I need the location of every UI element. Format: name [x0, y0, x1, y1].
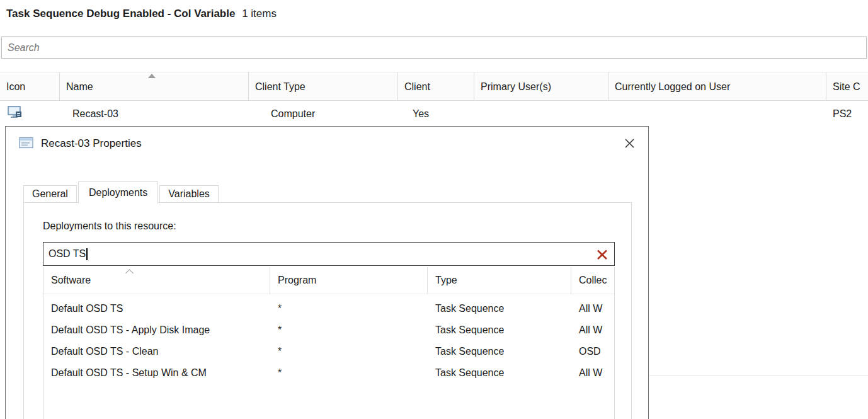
device-name-cell: Recast-03: [60, 108, 249, 120]
tab-general[interactable]: General: [23, 185, 77, 202]
column-header-program[interactable]: Program: [270, 267, 428, 294]
text-caret: [86, 248, 88, 260]
clear-filter-icon[interactable]: [596, 248, 608, 261]
search-placeholder: Search: [8, 42, 40, 54]
device-list-header: Icon Name Client Type Client Primary Use…: [0, 72, 868, 101]
tab-deployments[interactable]: Deployments: [78, 181, 158, 204]
column-header-client-type[interactable]: Client Type: [249, 72, 398, 100]
page-items-count: 1 items: [242, 8, 277, 20]
close-icon[interactable]: [619, 133, 639, 153]
console-screen: Task Sequence Debug Enabled - Col Variab…: [0, 0, 868, 419]
deployment-collection-cell: All W: [571, 362, 614, 384]
deployment-collection-cell: All W: [571, 298, 614, 319]
deployment-program-cell: *: [270, 319, 428, 341]
device-site-code-cell: PS2: [826, 108, 868, 120]
column-header-primary-users[interactable]: Primary User(s): [474, 72, 608, 100]
deployment-collection-cell: OSD: [571, 341, 614, 362]
deployment-collection-cell: All W: [571, 319, 614, 341]
deployment-software-cell: Default OSD TS: [43, 298, 270, 319]
sort-ascending-icon: [125, 269, 134, 277]
column-header-site-code[interactable]: Site C: [826, 72, 868, 100]
deployments-table-body: Default OSD TS * Task Sequence All W Def…: [43, 294, 614, 384]
column-header-software[interactable]: Software: [43, 267, 270, 294]
device-row[interactable]: Recast-03 Computer Yes PS2: [0, 101, 868, 127]
deployment-software-cell: Default OSD TS - Apply Disk Image: [43, 319, 270, 341]
page-title-text: Task Sequence Debug Enabled - Col Variab…: [6, 8, 235, 20]
deployment-row[interactable]: Default OSD TS - Clean * Task Sequence O…: [43, 341, 614, 362]
dialog-tabs: General Deployments Variables: [23, 181, 219, 202]
deployment-filter-input[interactable]: OSD TS: [43, 242, 615, 266]
computer-icon: [0, 106, 60, 122]
tab-variables[interactable]: Variables: [159, 185, 219, 202]
deployment-type-cell: Task Sequence: [428, 362, 571, 384]
deployment-type-cell: Task Sequence: [428, 298, 571, 319]
column-header-name[interactable]: Name: [60, 72, 249, 100]
dialog-titlebar: Recast-03 Properties: [6, 127, 648, 162]
deployment-program-cell: *: [270, 362, 428, 384]
deployment-type-cell: Task Sequence: [428, 319, 571, 341]
properties-dialog: Recast-03 Properties General Deployments…: [5, 126, 649, 419]
deployments-tab-panel: Deployments to this resource: OSD TS Sof…: [23, 202, 632, 419]
deployment-program-cell: *: [270, 341, 428, 362]
deployment-software-cell: Default OSD TS - Clean: [43, 341, 270, 362]
deployment-row[interactable]: Default OSD TS - Setup Win & CM * Task S…: [43, 362, 614, 384]
device-client-type-cell: Computer: [249, 108, 398, 120]
deployments-table: Software Program Type Collec Default OSD…: [43, 267, 615, 419]
dialog-title: Recast-03 Properties: [41, 137, 142, 150]
deployment-type-cell: Task Sequence: [428, 341, 571, 362]
deployment-program-cell: *: [270, 298, 428, 319]
page-title: Task Sequence Debug Enabled - Col Variab…: [6, 8, 277, 20]
sort-ascending-icon: [148, 74, 156, 78]
deployment-row[interactable]: Default OSD TS - Apply Disk Image * Task…: [43, 319, 614, 341]
deployment-software-cell: Default OSD TS - Setup Win & CM: [43, 362, 270, 384]
column-header-collection[interactable]: Collec: [571, 267, 614, 294]
deployment-row[interactable]: Default OSD TS * Task Sequence All W: [43, 298, 614, 319]
deployments-table-header: Software Program Type Collec: [43, 267, 614, 294]
search-input[interactable]: Search: [1, 37, 867, 59]
column-header-logged-on-user[interactable]: Currently Logged on User: [608, 72, 826, 100]
properties-window-icon: [19, 137, 34, 152]
list-separator-line: [649, 376, 868, 376]
device-client-cell: Yes: [398, 108, 474, 120]
deployments-section-label: Deployments to this resource:: [43, 221, 176, 232]
column-header-type[interactable]: Type: [428, 267, 571, 294]
column-header-client[interactable]: Client: [398, 72, 474, 100]
column-header-icon[interactable]: Icon: [0, 72, 60, 100]
deployment-filter-value: OSD TS: [49, 248, 86, 260]
